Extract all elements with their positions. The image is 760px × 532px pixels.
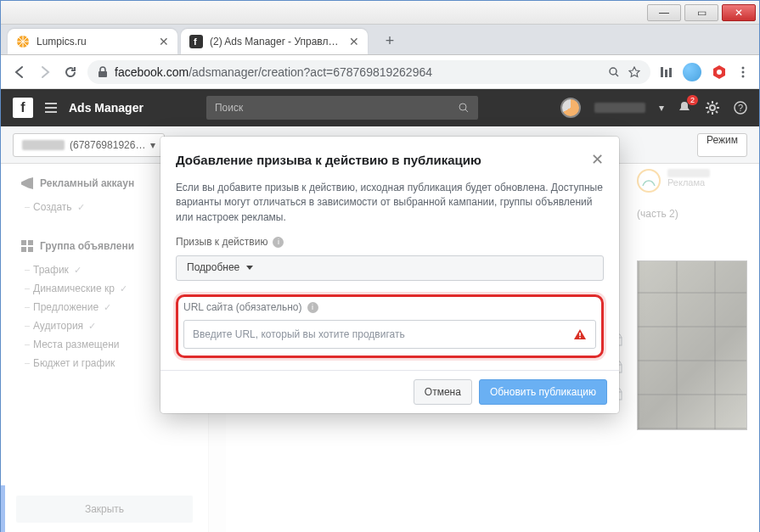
notif-badge: 2 bbox=[687, 95, 698, 105]
svg-point-12 bbox=[742, 75, 745, 77]
submit-button[interactable]: Обновить публикацию bbox=[479, 379, 607, 405]
tab-adsmanager[interactable]: f (2) Ads Manager - Управление р ✕ bbox=[181, 29, 368, 54]
info-icon[interactable]: i bbox=[273, 237, 284, 248]
cta-modal: Добавление призыва к действию в публикац… bbox=[160, 137, 619, 413]
tab-lumpics[interactable]: Lumpics.ru ✕ bbox=[8, 29, 177, 54]
url-input[interactable] bbox=[193, 328, 573, 340]
back-button[interactable] bbox=[11, 64, 28, 81]
window-titlebar: — ▭ ✕ bbox=[1, 1, 759, 25]
cancel-button[interactable]: Отмена bbox=[414, 379, 472, 405]
url-text: facebook.com/adsmanager/creation?act=678… bbox=[115, 65, 432, 79]
forward-button[interactable] bbox=[37, 64, 53, 81]
window-min-button[interactable]: — bbox=[647, 4, 681, 21]
svg-point-13 bbox=[459, 104, 466, 110]
svg-rect-6 bbox=[665, 70, 667, 77]
window-max-button[interactable]: ▭ bbox=[684, 4, 718, 21]
star-icon[interactable] bbox=[628, 66, 640, 78]
url-field-highlight: URL сайта (обязательно) i bbox=[176, 294, 604, 358]
profile-avatar[interactable] bbox=[683, 63, 701, 81]
search-icon[interactable] bbox=[459, 103, 470, 114]
header-search[interactable]: Поиск bbox=[206, 96, 478, 120]
account-name-redacted bbox=[22, 140, 65, 150]
svg-text:f: f bbox=[194, 36, 197, 47]
svg-point-14 bbox=[710, 105, 715, 110]
svg-point-9 bbox=[717, 70, 722, 75]
cta-field-label: Призыв к действию i bbox=[176, 235, 604, 249]
new-tab-button[interactable]: + bbox=[378, 29, 402, 53]
svg-text:?: ? bbox=[738, 103, 743, 113]
facebook-icon: f bbox=[189, 35, 203, 48]
gauge-icon[interactable] bbox=[560, 98, 581, 118]
app-header: f Ads Manager Поиск ▾ 2 ? bbox=[1, 89, 759, 126]
close-icon[interactable]: ✕ bbox=[159, 35, 169, 48]
info-icon[interactable]: i bbox=[307, 302, 318, 313]
omnibox[interactable]: facebook.com/adsmanager/creation?act=678… bbox=[87, 60, 650, 84]
browser-tabs: Lumpics.ru ✕ f (2) Ads Manager - Управле… bbox=[1, 25, 759, 55]
svg-point-4 bbox=[610, 68, 616, 75]
app-title: Ads Manager bbox=[69, 101, 144, 115]
adblock-icon[interactable] bbox=[712, 64, 727, 80]
help-icon[interactable]: ? bbox=[734, 101, 747, 115]
menu-icon[interactable] bbox=[737, 66, 749, 78]
facebook-logo-icon[interactable]: f bbox=[13, 98, 33, 118]
cta-dropdown[interactable]: Подробнее bbox=[176, 255, 604, 281]
tab-title: (2) Ads Manager - Управление р bbox=[210, 36, 342, 48]
url-field-label: URL сайта (обязательно) i bbox=[183, 300, 596, 315]
close-icon[interactable]: ✕ bbox=[349, 35, 359, 48]
account-name-redacted bbox=[594, 103, 645, 113]
orange-slice-icon bbox=[16, 35, 30, 48]
url-input-wrapper bbox=[183, 320, 596, 349]
gear-icon[interactable] bbox=[705, 100, 720, 115]
reload-button[interactable] bbox=[62, 64, 79, 81]
search-placeholder: Поиск bbox=[215, 102, 243, 114]
close-icon[interactable]: ✕ bbox=[591, 150, 604, 169]
mode-button[interactable]: Режим bbox=[697, 133, 747, 157]
modal-description: Если вы добавите призыв к действию, исхо… bbox=[176, 181, 604, 225]
menu-icon[interactable] bbox=[45, 103, 57, 113]
svg-point-10 bbox=[742, 66, 745, 69]
lock-icon bbox=[98, 66, 108, 78]
svg-rect-24 bbox=[579, 333, 581, 336]
search-icon[interactable] bbox=[608, 66, 620, 78]
svg-rect-5 bbox=[661, 67, 663, 77]
svg-point-11 bbox=[742, 70, 745, 73]
warning-icon bbox=[573, 328, 587, 341]
music-icon[interactable] bbox=[659, 65, 673, 79]
window-close-button[interactable]: ✕ bbox=[722, 4, 756, 21]
address-bar: facebook.com/adsmanager/creation?act=678… bbox=[1, 55, 759, 89]
caret-down-icon bbox=[246, 266, 253, 270]
notifications-button[interactable]: 2 bbox=[678, 100, 691, 115]
svg-rect-3 bbox=[99, 71, 107, 77]
chevron-down-icon: ▾ bbox=[150, 139, 155, 151]
svg-rect-7 bbox=[669, 68, 672, 77]
cta-value: Подробнее bbox=[187, 260, 239, 275]
chevron-down-icon[interactable]: ▾ bbox=[659, 102, 664, 114]
account-id: (67876981926… bbox=[70, 139, 145, 151]
account-selector[interactable]: (67876981926… ▾ bbox=[13, 133, 165, 157]
svg-rect-25 bbox=[579, 337, 581, 339]
modal-title: Добавление призыва к действию в публикац… bbox=[176, 153, 481, 167]
tab-title: Lumpics.ru bbox=[37, 36, 152, 48]
